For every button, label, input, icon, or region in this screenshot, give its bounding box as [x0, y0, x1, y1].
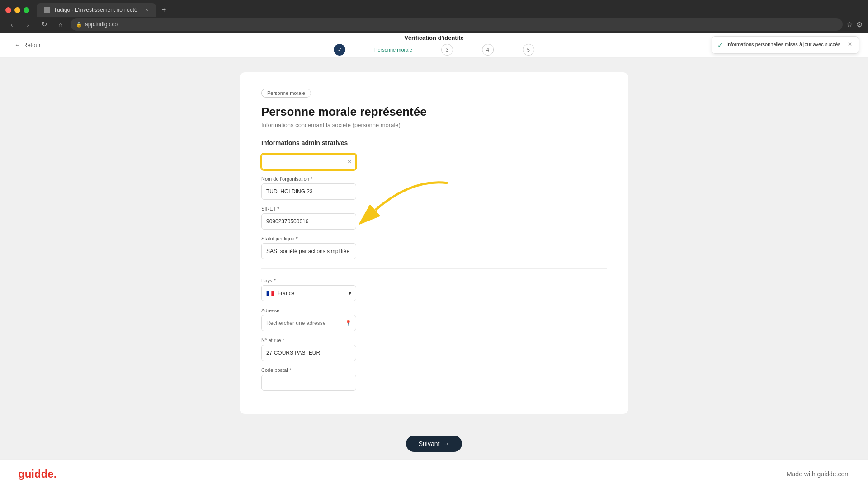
chevron-down-icon: ▾ — [349, 290, 351, 296]
back-label: Retour — [23, 42, 41, 48]
back-button[interactable]: ← Retour — [14, 42, 41, 48]
siret-input[interactable] — [261, 213, 356, 230]
back-arrow-icon: ← — [14, 42, 20, 48]
toast-notification: ✓ Informations personnelles mises à jour… — [712, 36, 859, 54]
focused-field-group: ✕ — [261, 154, 607, 170]
step-connector-4 — [499, 50, 517, 50]
tab-close-icon[interactable]: ✕ — [145, 7, 149, 13]
step-4: 4 — [482, 44, 494, 56]
step-3: 3 — [441, 44, 453, 56]
code-postal-group: Code postal * — [261, 367, 607, 391]
step-5: 5 — [523, 44, 534, 56]
form-subtitle: Informations concernant la société (pers… — [261, 122, 607, 128]
num-rue-label: N° et rue * — [261, 338, 607, 343]
suivant-button[interactable]: Suivant → — [406, 436, 462, 452]
num-rue-input[interactable] — [261, 345, 356, 361]
forward-nav-button[interactable]: › — [22, 18, 34, 31]
browser-tabs: T Tudigo - L'investissement non coté ✕ + — [0, 0, 868, 16]
guidde-logo-text: guidde. — [18, 468, 57, 480]
tab-controls — [5, 7, 29, 13]
siret-group: SIRET * — [261, 206, 607, 230]
adresse-group: Adresse 📍 — [261, 308, 607, 331]
url-text: app.tudigo.co — [85, 21, 118, 28]
org-name-label: Nom de l'organisation * — [261, 176, 607, 182]
button-row: Suivant → — [0, 428, 868, 459]
page: ← Retour Vérification d'identité ✓ Perso… — [0, 33, 868, 488]
code-postal-input[interactable] — [261, 375, 356, 391]
tab-title: Tudigo - L'investissement non coté — [54, 7, 137, 13]
guidde-logo: guidde. — [18, 468, 57, 480]
focused-input-wrapper: ✕ — [261, 154, 356, 170]
close-dot[interactable] — [5, 7, 11, 13]
reload-button[interactable]: ↻ — [38, 18, 51, 31]
page-title: Vérification d'identité — [334, 34, 534, 41]
step-connector-1 — [351, 50, 369, 50]
lock-icon: 🔒 — [76, 22, 82, 28]
star-icon[interactable]: ☆ — [846, 20, 853, 29]
footer-tagline: Made with guidde.com — [787, 470, 850, 478]
form-panel: Personne morale Personne morale représen… — [240, 72, 628, 414]
pays-group: Pays * 🇫🇷 France ▾ — [261, 278, 607, 301]
num-rue-group: N° et rue * — [261, 338, 607, 361]
back-nav-button[interactable]: ‹ — [5, 18, 18, 31]
org-name-input[interactable] — [261, 183, 356, 200]
france-flag-icon: 🇫🇷 — [266, 290, 274, 297]
browser-nav-icons: ☆ ⚙ — [846, 20, 863, 29]
suivant-label: Suivant — [419, 440, 440, 447]
toast-close-button[interactable]: ✕ — [848, 41, 852, 47]
maximize-dot[interactable] — [24, 7, 29, 13]
settings-icon[interactable]: ⚙ — [856, 20, 863, 29]
page-header: ← Retour Vérification d'identité ✓ Perso… — [0, 33, 868, 58]
statut-input[interactable] — [261, 243, 356, 259]
home-button[interactable]: ⌂ — [54, 18, 67, 31]
browser-nav: ‹ › ↻ ⌂ 🔒 app.tudigo.co ☆ ⚙ — [0, 16, 868, 33]
focused-input[interactable] — [261, 154, 356, 170]
address-bar[interactable]: 🔒 app.tudigo.co — [71, 18, 843, 31]
browser-chrome: T Tudigo - L'investissement non coté ✕ +… — [0, 0, 868, 33]
suivant-arrow-icon: → — [443, 440, 449, 447]
adresse-input-wrapper: 📍 — [261, 315, 356, 331]
divider — [261, 268, 607, 269]
section-title: Informations administratives — [261, 139, 607, 146]
country-name: France — [278, 290, 294, 296]
step-1: ✓ — [334, 44, 345, 56]
adresse-label: Adresse — [261, 308, 607, 313]
statut-group: Statut juridique * — [261, 236, 607, 259]
pays-label: Pays * — [261, 278, 607, 283]
breadcrumb-tag: Personne morale — [261, 89, 311, 98]
tab-favicon: T — [44, 7, 50, 13]
toast-message: Informations personnelles mises à jour a… — [726, 41, 840, 48]
clear-icon: ✕ — [347, 159, 352, 165]
step-connector-2 — [418, 50, 436, 50]
statut-label: Statut juridique * — [261, 236, 607, 241]
minimize-dot[interactable] — [14, 7, 20, 13]
new-tab-button[interactable]: + — [158, 4, 170, 16]
content-area: Personne morale Personne morale représen… — [0, 58, 868, 428]
org-name-group: Nom de l'organisation * — [261, 176, 607, 200]
step-2-label: Personne morale — [374, 47, 412, 52]
adresse-input[interactable] — [261, 315, 356, 331]
toast-check-icon: ✓ — [717, 42, 723, 49]
country-left: 🇫🇷 France — [266, 290, 294, 297]
siret-label: SIRET * — [261, 206, 607, 211]
step-connector-3 — [458, 50, 476, 50]
location-icon: 📍 — [345, 320, 352, 326]
pays-select[interactable]: 🇫🇷 France ▾ — [261, 285, 356, 301]
code-postal-label: Code postal * — [261, 367, 607, 373]
form-title: Personne morale représentée — [261, 105, 607, 119]
footer: guidde. Made with guidde.com — [0, 459, 868, 488]
steps-row: ✓ Personne morale 3 4 5 — [334, 44, 534, 56]
browser-tab[interactable]: T Tudigo - L'investissement non coté ✕ — [37, 3, 156, 17]
header-title-section: Vérification d'identité ✓ Personne moral… — [334, 34, 534, 56]
